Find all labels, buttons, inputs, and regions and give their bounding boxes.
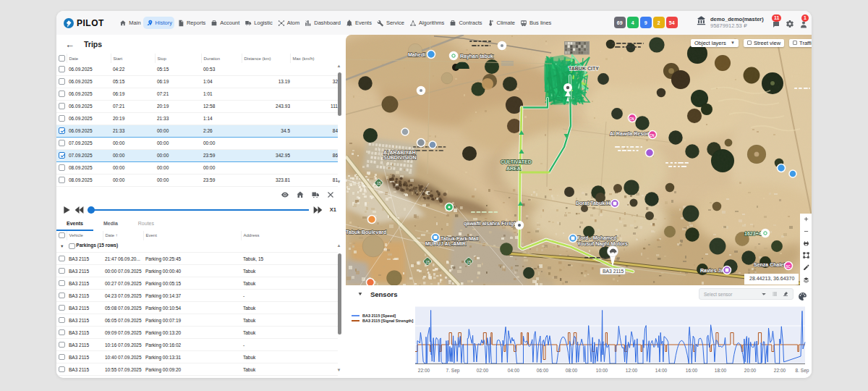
svg-text:8. Sep: 8. Sep	[796, 368, 809, 374]
svg-text:7. Sep: 7. Sep	[446, 368, 460, 374]
svg-text:16:00: 16:00	[686, 368, 698, 373]
svg-text:12:00: 12:00	[626, 368, 638, 373]
svg-text:18:00: 18:00	[715, 368, 727, 373]
svg-text:14:00: 14:00	[655, 368, 668, 373]
svg-text:06:00: 06:00	[537, 368, 549, 373]
svg-text:22:00: 22:00	[774, 368, 786, 373]
svg-text:02:00: 02:00	[477, 368, 489, 373]
svg-text:22:00: 22:00	[418, 368, 430, 373]
svg-text:20:00: 20:00	[744, 368, 757, 373]
svg-text:04:00: 04:00	[508, 368, 520, 373]
svg-text:08:00: 08:00	[566, 368, 578, 373]
svg-text:10:00: 10:00	[596, 368, 608, 373]
